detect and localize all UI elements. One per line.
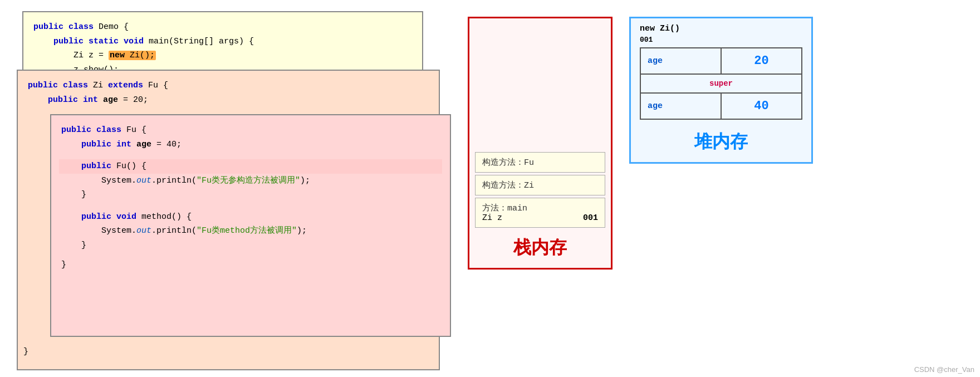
fu-line5: } — [61, 188, 440, 202]
zi-line2: public int age = 20; — [28, 93, 429, 107]
main-container: public class Demo { public static void m… — [0, 0, 980, 377]
heap-footer: 堆内存 — [631, 119, 811, 162]
kw-class: class Demo { — [68, 22, 129, 32]
heap-fu-row: age 40 — [640, 92, 802, 120]
zi-line1: public class Zi extends Fu { — [28, 79, 429, 93]
stack-row-zi: 构造方法：Zi — [475, 175, 605, 195]
watermark: CSDN @cher_Van — [914, 365, 974, 374]
heap-fu-age-value: 40 — [722, 94, 801, 119]
stack-row-main: 方法：main Zi z 001 — [475, 198, 605, 228]
fu-closing: } — [61, 258, 440, 272]
fu-line6: public void method() { — [61, 210, 440, 224]
stack-zi-label: Zi z — [482, 213, 502, 223]
heap-panel: new Zi() 001 age 20 super age 40 堆内存 — [629, 17, 813, 164]
heap-title: new Zi() — [631, 18, 811, 36]
demo-line3: Zi z = new Zi(); — [33, 48, 412, 63]
demo-line2: public static void main(String[] args) { — [33, 35, 412, 49]
panel-fu: public class Fu { public int age = 40; p… — [50, 114, 451, 337]
stack-panel: 构造方法：Fu 构造方法：Zi 方法：main Zi z 001 栈内存 — [468, 17, 612, 270]
fu-line2: public int age = 40; — [61, 138, 440, 152]
code-area: public class Demo { public static void m… — [17, 11, 451, 368]
heap-fu-age-label: age — [641, 94, 722, 119]
stack-main-zi: Zi z 001 — [482, 213, 598, 223]
heap-zi-row: age 20 — [640, 47, 802, 75]
demo-line1: public class Demo { — [33, 20, 412, 35]
stack-inner: 构造方法：Fu 构造方法：Zi 方法：main Zi z 001 — [469, 18, 611, 230]
stack-zi-value: 001 — [583, 213, 598, 223]
stack-label-zi: 构造方法：Zi — [482, 181, 534, 190]
stack-row-fu: 构造方法：Fu — [475, 152, 605, 173]
heap-super-row: super — [640, 74, 802, 94]
fu-line1: public class Fu { — [61, 123, 440, 138]
fu-line8: } — [61, 238, 440, 253]
kw-public: public — [33, 22, 63, 32]
heap-zi-age-value: 20 — [722, 48, 801, 74]
heap-addr: 001 — [631, 36, 811, 47]
stack-label-fu: 构造方法：Fu — [482, 158, 534, 168]
fu-line3-highlighted: public Fu() { — [59, 159, 442, 174]
stack-main-line1: 方法：main — [482, 203, 598, 213]
stack-footer: 栈内存 — [469, 230, 611, 268]
fu-line4: System.out.println("Fu类无参构造方法被调用"); — [61, 174, 440, 188]
fu-line7: System.out.println("Fu类method方法被调用"); — [61, 224, 440, 238]
zi-closing: } — [21, 347, 31, 356]
heap-zi-age-label: age — [641, 48, 722, 74]
heap-inner: age 20 super age 40 — [631, 47, 811, 119]
